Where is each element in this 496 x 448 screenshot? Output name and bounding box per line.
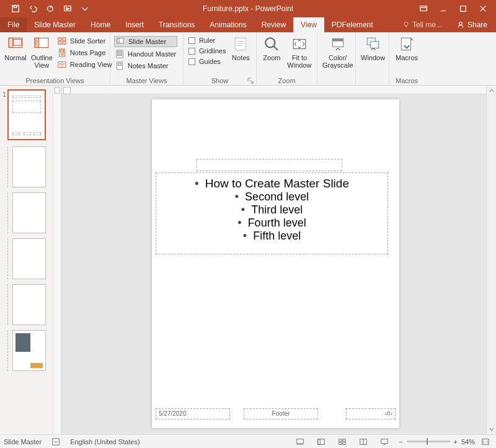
layout-thumbnail-2[interactable]	[12, 192, 50, 233]
status-view-label: Slide Master	[4, 438, 42, 446]
scroll-up-icon[interactable]	[487, 86, 496, 96]
body-level-5: Fifth level	[161, 230, 383, 243]
qat-customize-icon[interactable]	[81, 4, 89, 13]
zoom-button[interactable]: Zoom	[260, 35, 283, 63]
slide-sorter-button[interactable]: Slide Sorter	[56, 36, 113, 46]
status-language[interactable]: English (United States)	[70, 438, 140, 446]
tab-view[interactable]: View	[293, 17, 324, 32]
guides-checkbox[interactable]	[188, 58, 195, 65]
redo-icon[interactable]	[46, 4, 55, 13]
svg-rect-38	[318, 439, 325, 444]
show-dialog-launcher-icon[interactable]	[247, 78, 254, 84]
group-color-grayscale: Color/ Grayscale	[317, 32, 356, 86]
minimize-icon[interactable]	[439, 4, 448, 13]
notes-toggle-icon[interactable]	[293, 437, 307, 447]
layout-thumbnail-1[interactable]	[12, 146, 50, 187]
thumbnail-pane: 1	[0, 86, 62, 434]
notes-label: Notes	[232, 54, 250, 61]
close-icon[interactable]	[479, 4, 487, 13]
tab-animations[interactable]: Animations	[202, 17, 254, 32]
macros-button[interactable]: Macros	[393, 35, 420, 63]
tab-review[interactable]: Review	[254, 17, 293, 32]
save-icon[interactable]	[11, 4, 20, 13]
handout-master-button[interactable]: Handout Master	[114, 49, 177, 59]
share-button[interactable]: Share	[450, 17, 496, 32]
svg-rect-17	[60, 50, 63, 53]
master-views-group-label: Master Views	[114, 77, 179, 86]
svg-rect-37	[297, 439, 304, 443]
layout-thumbnail-5[interactable]	[12, 330, 50, 371]
macros-group-label: Macros	[393, 77, 420, 86]
reading-view-button[interactable]: Reading View	[56, 60, 113, 69]
group-zoom: Zoom Fit to Window Zoom	[257, 32, 317, 86]
body-placeholder[interactable]: How to Create Master Slide Second level …	[156, 172, 388, 254]
title-placeholder[interactable]	[197, 159, 342, 171]
svg-point-2	[48, 6, 53, 12]
svg-rect-45	[381, 439, 388, 443]
tab-slide-master[interactable]: Slide Master	[27, 17, 83, 32]
ruler-checkbox[interactable]	[188, 37, 195, 44]
footer-placeholder[interactable]: Footer	[244, 408, 318, 419]
group-window: Window	[356, 32, 389, 86]
layout-thumbnail-3[interactable]	[12, 238, 50, 279]
notes-button[interactable]: Notes	[229, 35, 252, 63]
tab-home[interactable]: Home	[83, 17, 118, 32]
tab-file[interactable]: File	[0, 17, 27, 32]
svg-rect-43	[343, 442, 345, 444]
svg-rect-40	[339, 439, 342, 441]
gridlines-toggle[interactable]: Gridlines	[187, 47, 227, 55]
zoom-out-icon[interactable]: −	[399, 438, 402, 446]
svg-rect-14	[58, 42, 61, 44]
tab-transitions[interactable]: Transitions	[151, 17, 202, 32]
slide-show-status-icon[interactable]	[378, 437, 391, 447]
tab-pdfelement[interactable]: PDFelement	[324, 17, 381, 32]
ribbon: Normal Outline View Slide Sorter Notes P…	[0, 32, 496, 86]
slide-master-preview[interactable]: How to Create Master Slide Second level …	[152, 99, 399, 428]
zoom-in-icon[interactable]: +	[454, 438, 458, 446]
slide-number-placeholder[interactable]: ‹#›	[346, 408, 396, 419]
fit-to-window-status-icon[interactable]	[479, 437, 492, 447]
gridlines-label: Gridlines	[199, 47, 226, 55]
window-button[interactable]: Window	[360, 35, 386, 63]
normal-view-status-icon[interactable]	[314, 437, 328, 447]
normal-view-button[interactable]: Normal	[4, 35, 27, 63]
slide-canvas: How to Create Master Slide Second level …	[62, 86, 496, 434]
zoom-percent[interactable]: 54%	[461, 438, 475, 446]
undo-icon[interactable]	[29, 4, 37, 13]
svg-rect-5	[461, 6, 466, 12]
svg-rect-15	[63, 42, 66, 44]
slide-master-button[interactable]: Slide Master	[114, 36, 177, 47]
slide-sorter-status-icon[interactable]	[335, 437, 349, 447]
reading-view-status-icon[interactable]	[356, 437, 370, 447]
guides-toggle[interactable]: Guides	[187, 57, 227, 66]
maximize-icon[interactable]	[459, 4, 467, 13]
svg-rect-1	[14, 6, 16, 8]
master-thumbnail[interactable]: 1	[1, 89, 50, 140]
quick-access-toolbar	[0, 0, 89, 17]
scroll-down-icon[interactable]	[487, 424, 496, 434]
color-grayscale-button[interactable]: Color/ Grayscale	[321, 35, 355, 70]
svg-rect-4	[420, 6, 427, 11]
start-from-beginning-icon[interactable]	[63, 4, 72, 13]
notes-page-button[interactable]: Notes Page	[56, 48, 113, 58]
ruler-toggle[interactable]: Ruler	[187, 36, 227, 45]
spellcheck-icon[interactable]	[49, 437, 63, 447]
ribbon-options-icon[interactable]	[419, 4, 428, 13]
window-label: Window	[361, 54, 385, 61]
outline-view-button[interactable]: Outline View	[30, 35, 54, 70]
status-bar: Slide Master English (United States) − +…	[0, 434, 496, 448]
fit-to-window-button[interactable]: Fit to Window	[286, 35, 313, 70]
layout-thumbnail-4[interactable]	[12, 284, 50, 325]
title-bar: Furniture.pptx - PowerPoint	[0, 0, 496, 17]
zoom-slider[interactable]	[407, 441, 450, 442]
date-placeholder[interactable]: 5/27/2020	[156, 408, 230, 419]
notes-master-button[interactable]: Notes Master	[114, 61, 177, 71]
tab-insert[interactable]: Insert	[118, 17, 151, 32]
vertical-scrollbar[interactable]	[486, 86, 496, 434]
zoom-group-label: Zoom	[260, 77, 313, 86]
svg-rect-30	[293, 39, 306, 48]
tell-me[interactable]: Tell me...	[395, 17, 450, 32]
gridlines-checkbox[interactable]	[188, 48, 195, 55]
body-level-1: How to Create Master Slide	[161, 177, 383, 190]
zoom-label: Zoom	[263, 54, 280, 61]
